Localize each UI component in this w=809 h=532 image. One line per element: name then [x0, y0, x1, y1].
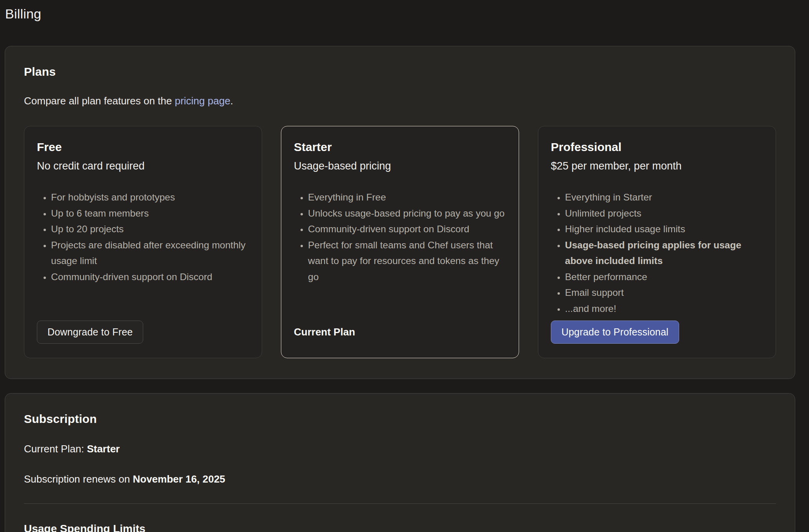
feature-item: Unlimited projects: [565, 206, 763, 222]
compare-text-prefix: Compare all plan features on the: [24, 95, 175, 107]
upgrade-to-professional-button[interactable]: Upgrade to Professional: [551, 321, 679, 344]
feature-item: Better performance: [565, 269, 763, 285]
downgrade-to-free-button[interactable]: Downgrade to Free: [37, 321, 143, 344]
subscription-section: Subscription Current Plan: Starter Subsc…: [5, 393, 795, 532]
feature-item: Perfect for small teams and Chef users t…: [308, 237, 506, 285]
feature-item: Everything in Free: [308, 189, 506, 206]
plan-card-professional: Professional $25 per member, per month E…: [538, 126, 776, 358]
feature-item: Up to 20 projects: [51, 221, 249, 237]
plan-features-starter: Everything in Free Unlocks usage-based p…: [294, 189, 506, 285]
usage-spending-limits-heading: Usage Spending Limits: [24, 523, 776, 532]
feature-item: Community-driven support on Discord: [51, 269, 249, 285]
plan-name-professional: Professional: [551, 140, 763, 154]
plan-card-starter: Starter Usage-based pricing Everything i…: [281, 126, 519, 358]
plans-section: Plans Compare all plan features on the p…: [5, 46, 795, 379]
current-plan-value: Starter: [87, 443, 120, 455]
compare-text-suffix: .: [230, 95, 233, 107]
current-plan-label: Current Plan:: [24, 443, 87, 455]
feature-item: Usage-based pricing applies for usage ab…: [565, 237, 763, 269]
plans-heading: Plans: [24, 65, 776, 78]
page-title: Billing: [5, 6, 809, 22]
feature-item: Email support: [565, 285, 763, 301]
renewal-line: Subscription renews on November 16, 2025: [24, 473, 776, 485]
feature-item: For hobbyists and prototypes: [51, 189, 249, 206]
section-divider: [24, 503, 776, 504]
plan-features-professional: Everything in Starter Unlimited projects…: [551, 189, 763, 317]
feature-item: Everything in Starter: [565, 189, 763, 206]
plan-name-starter: Starter: [294, 140, 506, 154]
compare-plans-text: Compare all plan features on the pricing…: [24, 95, 776, 107]
current-plan-line: Current Plan: Starter: [24, 443, 776, 455]
plan-cards-row: Free No credit card required For hobbyis…: [24, 126, 776, 358]
subscription-heading: Subscription: [24, 412, 776, 426]
feature-item: Unlocks usage-based pricing to pay as yo…: [308, 206, 506, 222]
plan-tagline-free: No credit card required: [37, 160, 249, 172]
renewal-label: Subscription renews on: [24, 473, 133, 485]
plan-name-free: Free: [37, 140, 249, 154]
plan-tagline-starter: Usage-based pricing: [294, 160, 506, 172]
plan-card-free: Free No credit card required For hobbyis…: [24, 126, 262, 358]
pricing-page-link[interactable]: pricing page: [175, 95, 230, 107]
feature-item: Projects are disabled after exceeding mo…: [51, 237, 249, 269]
plan-footer-starter: Current Plan: [294, 321, 506, 344]
renewal-date-value: November 16, 2025: [133, 473, 225, 485]
plan-footer-professional: Upgrade to Professional: [551, 321, 763, 344]
feature-item: Up to 6 team members: [51, 206, 249, 222]
feature-item: ...and more!: [565, 301, 763, 317]
current-plan-badge: Current Plan: [294, 321, 355, 344]
plan-features-free: For hobbyists and prototypes Up to 6 tea…: [37, 189, 249, 285]
plan-tagline-professional: $25 per member, per month: [551, 160, 763, 172]
plan-footer-free: Downgrade to Free: [37, 321, 249, 344]
feature-item: Community-driven support on Discord: [308, 221, 506, 237]
feature-item: Higher included usage limits: [565, 221, 763, 237]
